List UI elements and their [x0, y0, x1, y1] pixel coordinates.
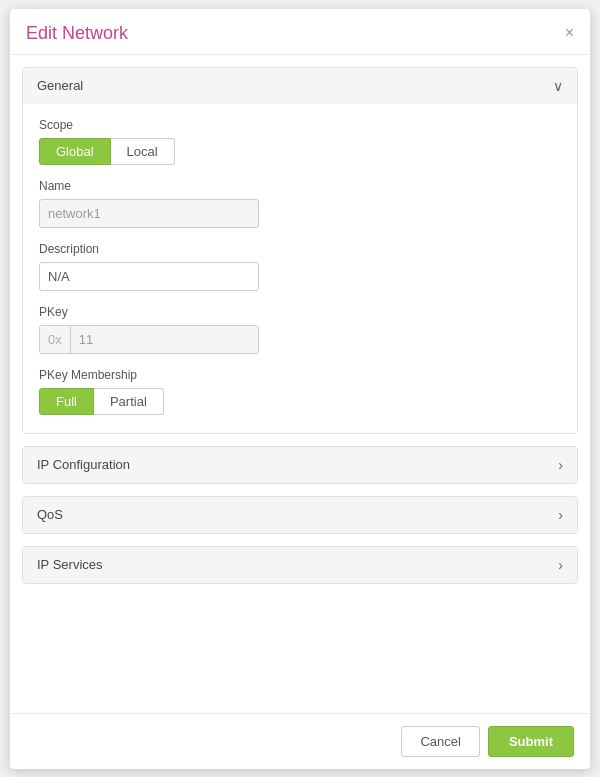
submit-button[interactable]: Submit [488, 726, 574, 757]
dialog-title: Edit Network [26, 23, 128, 44]
general-section-content: Scope Global Local Name Description [23, 104, 577, 433]
pkey-membership-field: PKey Membership Full Partial [39, 368, 561, 415]
pkey-membership-label: PKey Membership [39, 368, 561, 382]
scope-toggle-group: Global Local [39, 138, 561, 165]
edit-network-dialog: Edit Network × General ∨ Scope Global Lo… [10, 9, 590, 769]
ip-configuration-label: IP Configuration [37, 457, 130, 472]
pkey-prefix: 0x [40, 326, 71, 353]
general-section: General ∨ Scope Global Local Name [22, 67, 578, 434]
name-field: Name [39, 179, 561, 228]
pkey-value: 11 [71, 326, 258, 353]
scope-field: Scope Global Local [39, 118, 561, 165]
qos-section: QoS › [22, 496, 578, 534]
scope-global-button[interactable]: Global [39, 138, 111, 165]
pkey-field: PKey 0x 11 [39, 305, 561, 354]
name-label: Name [39, 179, 561, 193]
description-input[interactable] [39, 262, 259, 291]
scope-local-button[interactable]: Local [111, 138, 175, 165]
general-section-label: General [37, 78, 83, 93]
description-field: Description [39, 242, 561, 291]
pkey-membership-toggle-group: Full Partial [39, 388, 561, 415]
pkey-membership-partial-button[interactable]: Partial [94, 388, 164, 415]
description-label: Description [39, 242, 561, 256]
ip-services-label: IP Services [37, 557, 103, 572]
scope-label: Scope [39, 118, 561, 132]
pkey-label: PKey [39, 305, 561, 319]
cancel-button[interactable]: Cancel [401, 726, 479, 757]
close-button[interactable]: × [565, 25, 574, 41]
dialog-header: Edit Network × [10, 9, 590, 55]
pkey-wrapper: 0x 11 [39, 325, 259, 354]
ip-services-section: IP Services › [22, 546, 578, 584]
pkey-membership-full-button[interactable]: Full [39, 388, 94, 415]
ip-services-chevron-icon: › [558, 557, 563, 573]
dialog-footer: Cancel Submit [10, 713, 590, 769]
ip-configuration-section: IP Configuration › [22, 446, 578, 484]
ip-configuration-section-header[interactable]: IP Configuration › [23, 447, 577, 483]
qos-label: QoS [37, 507, 63, 522]
general-section-header[interactable]: General ∨ [23, 68, 577, 104]
dialog-body: General ∨ Scope Global Local Name [10, 55, 590, 701]
ip-configuration-chevron-icon: › [558, 457, 563, 473]
qos-chevron-icon: › [558, 507, 563, 523]
name-input[interactable] [39, 199, 259, 228]
ip-services-section-header[interactable]: IP Services › [23, 547, 577, 583]
general-chevron-icon: ∨ [553, 78, 563, 94]
qos-section-header[interactable]: QoS › [23, 497, 577, 533]
